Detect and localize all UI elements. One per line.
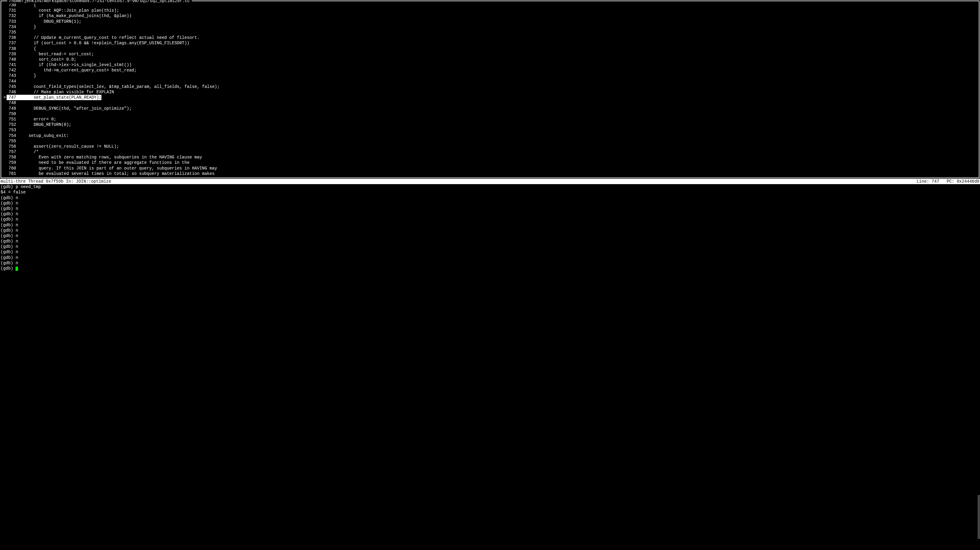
console-line: (gdb) n: [1, 195, 979, 201]
line-number: 755: [6, 138, 19, 144]
code-text: be evaluated several times in total; so …: [19, 171, 979, 176]
source-line: 753: [1, 127, 979, 133]
gdb-console[interactable]: (gdb) p need_tmp$4 = false(gdb) n(gdb) n…: [0, 184, 980, 550]
gutter-mark: [1, 166, 6, 171]
gutter-mark: [1, 24, 6, 30]
scrollbar-track[interactable]: [977, 184, 980, 550]
scrollbar-thumb[interactable]: [978, 495, 980, 539]
code-text: DBUG_RETURN(0);: [19, 122, 979, 127]
gutter-mark: [1, 73, 6, 78]
gutter-mark: [1, 133, 6, 138]
line-number: 743: [6, 73, 19, 78]
line-number: 736: [6, 35, 19, 40]
line-number: 744: [6, 79, 19, 84]
source-line: 744: [1, 79, 979, 84]
line-number: 739: [6, 51, 19, 57]
line-number: 747: [6, 95, 19, 100]
gutter-mark: [1, 171, 6, 176]
source-line: 735: [1, 30, 979, 35]
source-line: 752 DBUG_RETURN(0);: [1, 122, 979, 127]
code-text: // Update m_current_query_cost to reflec…: [19, 35, 979, 40]
line-number: 746: [6, 89, 19, 95]
code-text: query. If this JOIN is part of an outer …: [19, 166, 979, 171]
source-line: 736 // Update m_current_query_cost to re…: [1, 35, 979, 40]
gutter-mark: [1, 100, 6, 106]
source-line: 760 query. If this JOIN is part of an ou…: [1, 166, 979, 171]
source-line: 739 best_read-= sort_cost;: [1, 51, 979, 57]
gutter-mark: [1, 111, 6, 117]
source-line: 756 assert(zero_result_cause != NULL);: [1, 144, 979, 149]
code-text: DEBUG_SYNC(thd, "after_join_optimize");: [19, 106, 979, 111]
console-line: (gdb) n: [1, 260, 979, 266]
gutter-mark: [1, 57, 6, 62]
code-text: assert(zero_result_cause != NULL);: [19, 144, 979, 149]
code-text: const AQP::Join_plan plan(this);: [19, 8, 979, 13]
gutter-mark: [1, 19, 6, 24]
line-number: 742: [6, 68, 19, 73]
gutter-mark: [1, 127, 6, 133]
gutter-mark: [1, 51, 6, 57]
line-number: 753: [6, 127, 19, 133]
source-line: 759 need to be evaluated if there are ag…: [1, 160, 979, 165]
source-line: 732 if (ha_make_pushed_joins(thd, &plan)…: [1, 13, 979, 19]
gutter-mark: [1, 40, 6, 46]
code-text: set_plan_state(PLAN_READY);: [19, 95, 102, 100]
console-line: (gdb) n: [1, 206, 979, 211]
code-text: sort_cost= 0.0;: [19, 57, 979, 62]
gdb-prompt-line[interactable]: (gdb): [1, 266, 979, 271]
console-line: (gdb) n: [1, 228, 979, 233]
code-text: setup_subq_exit:: [19, 133, 979, 138]
source-line: 731 const AQP::Join_plan plan(this);: [1, 8, 979, 13]
source-line: 741 if (thd->lex->is_single_level_stmt()…: [1, 62, 979, 68]
gutter-mark: [1, 122, 6, 127]
gutter-mark: [1, 30, 6, 35]
source-line: 748: [1, 100, 979, 106]
source-line: 740 sort_cost= 0.0;: [1, 57, 979, 62]
line-number: 757: [6, 149, 19, 155]
line-number: 740: [6, 57, 19, 62]
console-line: (gdb) n: [1, 249, 979, 255]
gutter-mark: >: [1, 95, 6, 100]
gutter-mark: [1, 160, 6, 165]
code-text: if (ha_make_pushed_joins(thd, &plan)): [19, 13, 979, 19]
gutter-mark: [1, 138, 6, 144]
line-number: 750: [6, 111, 19, 117]
gutter-mark: [1, 2, 6, 8]
code-text: }: [19, 24, 979, 30]
line-number: 751: [6, 117, 19, 122]
console-line: $4 = false: [1, 190, 979, 195]
source-line: 734 }: [1, 24, 979, 30]
gutter-mark: [1, 79, 6, 84]
code-text: [19, 127, 979, 133]
code-text: [19, 30, 979, 35]
code-text: [19, 79, 979, 84]
gutter-mark: [1, 13, 6, 19]
source-line: 751 error= 0;: [1, 117, 979, 122]
file-path: /home/jenkins/workspace/stonedb5.7-zsl-c…: [7, 0, 192, 3]
line-number: 754: [6, 133, 19, 138]
source-code-area[interactable]: 730 {731 const AQP::Join_plan plan(this)…: [1, 1, 979, 178]
gdb-tui-screen: /home/jenkins/workspace/stonedb5.7-zsl-c…: [0, 0, 980, 550]
gutter-mark: [1, 46, 6, 51]
code-text: /*: [19, 149, 979, 155]
code-text: [19, 111, 979, 117]
console-line: (gdb) n: [1, 211, 979, 217]
console-line: (gdb) n: [1, 201, 979, 206]
source-line: 745 count_field_types(select_lex, &tmp_t…: [1, 84, 979, 89]
line-number: 748: [6, 100, 19, 106]
status-right: Line: 747 PC: 0x24446d0: [916, 179, 979, 184]
line-number: 731: [6, 8, 19, 13]
source-panel: /home/jenkins/workspace/stonedb5.7-zsl-c…: [1, 1, 979, 178]
code-text: }: [19, 73, 979, 78]
line-number: 735: [6, 30, 19, 35]
gutter-mark: [1, 89, 6, 95]
source-line: 757 /*: [1, 149, 979, 155]
code-text: Even with zero matching rows, subqueries…: [19, 155, 979, 160]
gdb-prompt: (gdb): [1, 266, 16, 271]
source-line: 738 {: [1, 46, 979, 51]
code-text: [19, 100, 979, 106]
console-line: (gdb) n: [1, 217, 979, 222]
console-line: (gdb) n: [1, 239, 979, 244]
code-text: [19, 138, 979, 144]
line-number: 737: [6, 40, 19, 46]
